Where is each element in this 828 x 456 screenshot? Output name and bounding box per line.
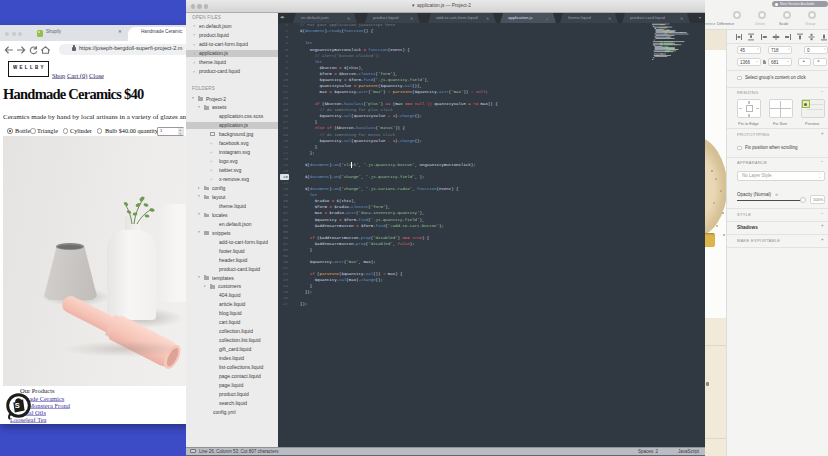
svg-text:S: S — [15, 401, 20, 410]
